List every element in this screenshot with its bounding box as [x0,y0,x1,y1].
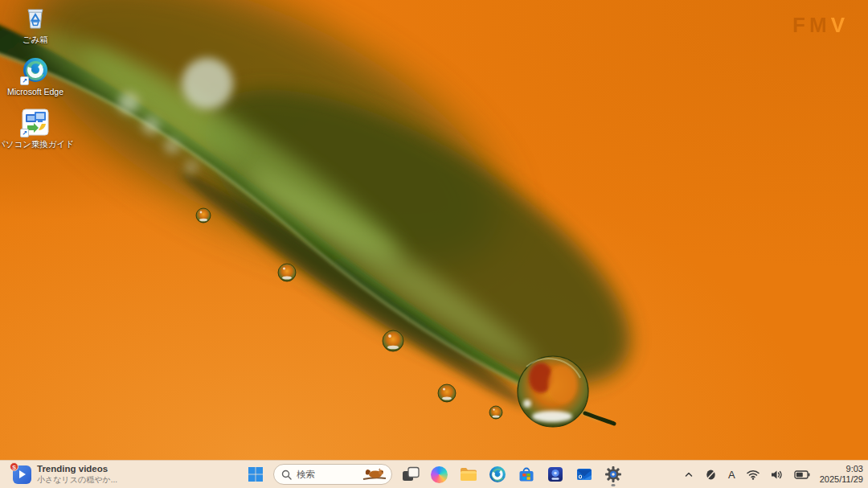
file-explorer-button[interactable] [457,464,479,486]
widgets-button[interactable]: S Trending videos 小さなリスの穏やか... [6,461,124,488]
search-placeholder: 検索 [297,469,315,481]
desktop-icon-label: ごみ箱 [23,35,48,44]
task-view-icon [401,465,420,484]
hidden-icons-chevron[interactable] [682,464,695,486]
touchpad-tray-button[interactable] [703,464,719,486]
taskbar-center-group: 検索 [244,461,624,488]
shortcut-arrow-badge: ↗ [20,76,29,85]
copilot-icon [431,466,448,483]
chevron-up-icon [684,470,694,479]
desktop-icon-microsoft-edge[interactable]: ↗ Microsoft Edge [0,55,71,96]
outlook-button[interactable] [573,464,595,486]
desktop-icon-list: ごみ箱 ↗ Microsoft E [0,3,71,149]
outlook-icon [575,465,594,484]
fmv-logo-v: V [831,13,849,37]
widget-subtitle: 小さなリスの穏やか... [37,475,117,485]
desktop-icon-label: Microsoft Edge [7,87,63,96]
microsoft-edge-icon [488,465,507,484]
shortcut-arrow-badge: ↗ [20,129,29,137]
start-button[interactable] [244,464,266,486]
trending-video-thumbnail-icon: S [13,465,31,484]
microsoft-store-icon [517,465,536,484]
battery-tray-button[interactable] [792,464,812,486]
taskbar: S Trending videos 小さなリスの穏やか... [0,460,868,488]
edge-button[interactable] [486,464,508,486]
play-icon [19,470,26,478]
fmv-logo-fm: FM [792,13,831,37]
tray-date: 2025/11/29 [820,474,863,485]
search-icon [281,470,292,480]
squirrel-image-icon[interactable] [362,466,387,482]
widget-title: Trending videos [37,464,117,475]
file-explorer-icon [459,465,478,484]
desktop-screen: FMV ごみ箱 [0,0,868,488]
windows-logo-icon [248,466,264,482]
settings-button[interactable] [602,464,624,486]
wifi-icon [747,470,760,480]
battery-icon [794,470,810,480]
desktop-icon-label: パソコン乗換ガイド [0,139,74,149]
microsoft-store-button[interactable] [515,464,537,486]
microsoft-edge-icon: ↗ [21,55,50,84]
wallpaper-leaf-waterdrop [0,0,868,488]
desktop-icon-recycle-bin[interactable]: ごみ箱 [0,3,71,44]
wifi-tray-button[interactable] [745,464,761,486]
pc-guide-icon: ↗ [21,108,50,137]
fmv-brand-logo: FMV [792,13,849,38]
system-tray: A [682,461,863,488]
widget-badge: S [10,462,18,471]
support-app-icon [546,465,565,484]
clock[interactable]: 9:03 2025/11/29 [820,464,863,485]
recycle-bin-icon [21,3,50,32]
settings-gear-icon [604,465,622,483]
search-box[interactable]: 検索 [273,464,392,485]
task-view-button[interactable] [399,464,421,486]
volume-icon [771,470,783,480]
support-app-button[interactable] [544,464,566,486]
desktop-icon-pc-guide[interactable]: ↗ パソコン乗換ガイド [0,108,71,149]
ime-mode-indicator[interactable]: A [727,464,737,486]
volume-tray-button[interactable] [769,464,784,486]
tray-time: 9:03 [820,464,863,474]
touchpad-icon [705,469,717,481]
copilot-button[interactable] [428,464,450,486]
